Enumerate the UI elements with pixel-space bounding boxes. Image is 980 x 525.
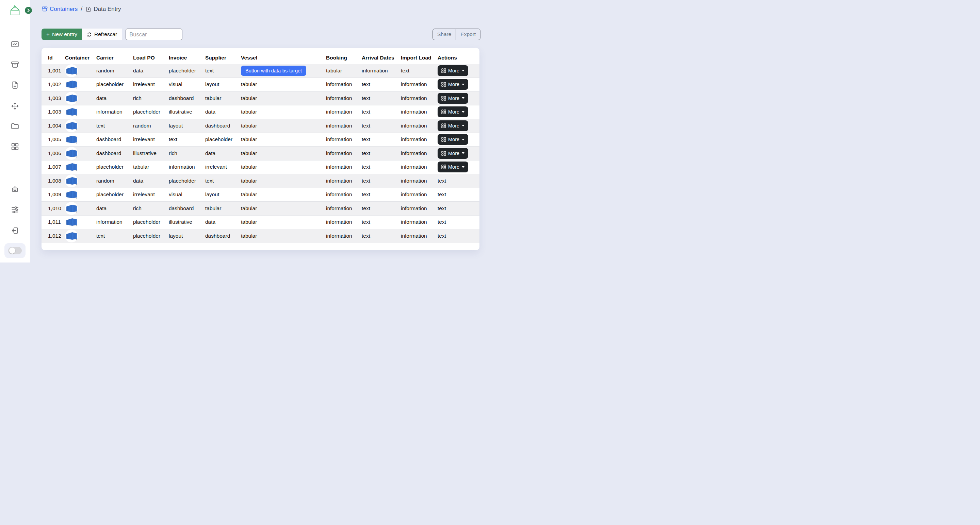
more-button[interactable]: More <box>438 134 468 145</box>
new-entry-button[interactable]: + New enttry <box>41 29 82 40</box>
sidebar-item-analytics[interactable] <box>0 40 30 49</box>
cell-load-po: placeholder <box>133 109 169 115</box>
cell-actions: More <box>438 93 479 104</box>
cell-supplier: dashboard <box>205 123 241 129</box>
cell-load-po: rich <box>133 95 169 102</box>
cell-import-load: information <box>401 136 438 143</box>
theme-toggle[interactable] <box>8 247 22 254</box>
table-row: 1,001 random data placeholder te <box>41 64 479 78</box>
table-row: 1,003 data rich dashboard tabula <box>41 92 479 105</box>
grid-icon <box>441 68 446 73</box>
refresh-icon <box>87 32 92 37</box>
caret-down-icon <box>462 111 465 113</box>
cell-arrival-dates: text <box>362 205 401 211</box>
cell-supplier: tabular <box>205 95 241 102</box>
shipping-container-icon <box>66 135 77 144</box>
table-row: 1,009 placeholder irrelevant visual <box>41 188 479 202</box>
sidebar <box>0 0 30 262</box>
container-image <box>65 92 78 105</box>
more-button[interactable]: More <box>438 148 468 159</box>
cell-id: 1,009 <box>48 192 65 198</box>
breadcrumb-current-label: Data Entry <box>94 6 121 13</box>
caret-down-icon <box>462 139 465 140</box>
file-text-icon <box>11 81 19 89</box>
cell-arrival-dates: text <box>362 150 401 156</box>
cell-container <box>65 160 96 173</box>
cell-carrier: information <box>96 109 133 115</box>
cell-vessel: tabular <box>241 136 326 143</box>
container-image <box>65 64 78 77</box>
more-button[interactable]: More <box>438 65 468 76</box>
cell-import-load: information <box>401 219 438 225</box>
cell-load-po: random <box>133 123 169 129</box>
cell-container <box>65 216 96 228</box>
cell-invoice: illustrative <box>169 219 205 225</box>
archive-box-icon <box>11 60 19 69</box>
cell-arrival-dates: text <box>362 233 401 239</box>
refresh-button[interactable]: Refrescar <box>82 29 122 40</box>
sign-out-icon <box>11 226 19 235</box>
search-input[interactable] <box>126 29 182 40</box>
more-button[interactable]: More <box>438 79 468 90</box>
more-button[interactable]: More <box>438 93 468 104</box>
sidebar-item-containers[interactable] <box>0 60 30 69</box>
cell-vessel: tabular <box>241 205 326 211</box>
table-row: 1,002 placeholder irrelevant visual <box>41 78 479 92</box>
theme-toggle-container <box>5 243 25 258</box>
folder-icon <box>11 122 19 130</box>
more-button[interactable]: More <box>438 121 468 131</box>
more-button[interactable]: More <box>438 106 468 117</box>
sidebar-item-assistant[interactable] <box>0 185 30 194</box>
table-body: 1,001 random data placeholder te <box>41 64 479 243</box>
share-button[interactable]: Share <box>433 29 456 40</box>
cell-booking: information <box>326 205 362 211</box>
cell-arrival-dates: text <box>362 136 401 143</box>
sidebar-item-files[interactable] <box>0 122 30 130</box>
vessel-button[interactable]: Button with data-bs-target <box>241 66 306 76</box>
cell-load-po: tabular <box>133 164 169 170</box>
caret-down-icon <box>462 125 465 127</box>
cell-id: 1,003 <box>48 95 65 102</box>
grid-icon <box>441 137 446 142</box>
share-export-group: Share Export <box>433 29 480 40</box>
cell-carrier: placeholder <box>96 164 133 170</box>
export-button[interactable]: Export <box>456 29 480 40</box>
more-button[interactable]: More <box>438 162 468 172</box>
refresh-label: Refrescar <box>94 31 117 37</box>
cell-load-po: irrelevant <box>133 192 169 198</box>
cell-container <box>65 92 96 105</box>
cell-load-po: rich <box>133 205 169 211</box>
column-header-vessel: Vessel <box>241 55 326 61</box>
column-header-carrier: Carrier <box>96 55 133 61</box>
cell-id: 1,002 <box>48 81 65 87</box>
cell-invoice: text <box>169 136 205 143</box>
breadcrumb-containers-link[interactable]: Containers <box>41 6 78 13</box>
archive-box-icon <box>41 6 48 12</box>
cell-invoice: layout <box>169 233 205 239</box>
cell-arrival-dates: text <box>362 219 401 225</box>
sidebar-item-documents[interactable] <box>0 81 30 89</box>
cell-actions: text <box>438 192 479 198</box>
cell-import-load: information <box>401 192 438 198</box>
cell-invoice: rich <box>169 150 205 156</box>
sidebar-item-apps[interactable] <box>0 142 30 151</box>
cell-supplier: irrelevant <box>205 164 241 170</box>
shipping-container-icon <box>66 80 77 89</box>
cell-carrier: dashboard <box>96 150 133 156</box>
sidebar-item-move[interactable] <box>0 102 30 111</box>
container-image <box>65 147 78 160</box>
table-row: 1,010 data rich dashboard tabula <box>41 201 479 216</box>
shipping-container-icon <box>66 94 77 103</box>
cell-carrier: information <box>96 219 133 225</box>
cell-import-load: information <box>401 164 438 170</box>
sidebar-item-logout[interactable] <box>0 226 30 235</box>
sidebar-item-settings[interactable] <box>0 205 30 214</box>
container-crane-logo-icon <box>10 4 21 17</box>
sidebar-expand-button[interactable] <box>25 7 32 14</box>
cell-load-po: data <box>133 178 169 184</box>
cell-carrier: data <box>96 95 133 102</box>
breadcrumb-current: Data Entry <box>86 6 121 13</box>
cell-booking: information <box>326 178 362 184</box>
container-image <box>65 105 78 118</box>
cell-booking: information <box>326 136 362 143</box>
